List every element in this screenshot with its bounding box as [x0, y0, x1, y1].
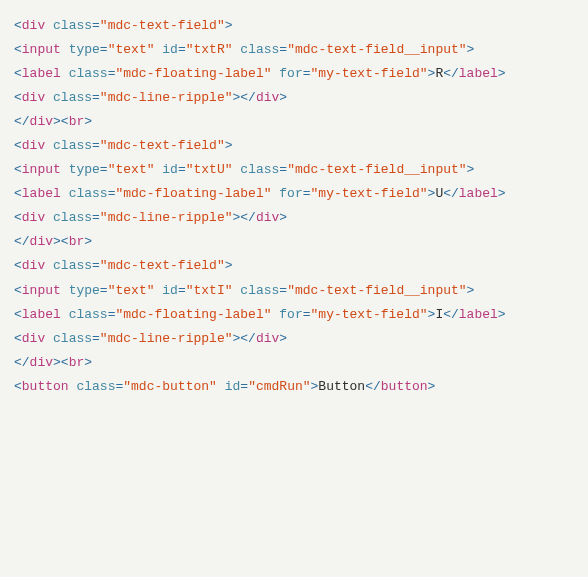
- code-token: =: [100, 42, 108, 57]
- code-token: <: [61, 114, 69, 129]
- code-token: =: [100, 162, 108, 177]
- code-token: <: [14, 283, 22, 298]
- code-token: >: [428, 379, 436, 394]
- code-token: >: [498, 186, 506, 201]
- code-token: "mdc-button": [123, 379, 217, 394]
- code-token: >: [467, 42, 475, 57]
- code-token: class: [69, 307, 108, 322]
- code-line: <button class="mdc-button" id="cmdRun">B…: [14, 375, 574, 399]
- code-token: >: [467, 162, 475, 177]
- code-token: class: [240, 283, 279, 298]
- code-token: br: [69, 114, 85, 129]
- code-token: [61, 42, 69, 57]
- code-token: [45, 258, 53, 273]
- code-token: <: [14, 331, 22, 346]
- code-token: "my-text-field": [311, 186, 428, 201]
- code-token: div: [30, 355, 53, 370]
- code-token: input: [22, 162, 61, 177]
- code-token: =: [92, 210, 100, 225]
- code-token: =: [92, 90, 100, 105]
- code-token: label: [459, 66, 498, 81]
- code-token: "text": [108, 42, 155, 57]
- code-token: div: [256, 331, 279, 346]
- code-token: class: [240, 42, 279, 57]
- code-token: for: [279, 186, 302, 201]
- code-token: >: [279, 210, 287, 225]
- code-token: [217, 379, 225, 394]
- code-token: "mdc-floating-label": [115, 66, 271, 81]
- code-line: </div><br>: [14, 110, 574, 134]
- code-line: <label class="mdc-floating-label" for="m…: [14, 303, 574, 327]
- code-token: "mdc-floating-label": [115, 186, 271, 201]
- code-line: <div class="mdc-line-ripple"></div>: [14, 206, 574, 230]
- code-token: "mdc-line-ripple": [100, 331, 233, 346]
- code-token: "mdc-text-field": [100, 258, 225, 273]
- code-token: "mdc-text-field": [100, 138, 225, 153]
- code-token: =: [279, 42, 287, 57]
- code-token: >: [53, 114, 61, 129]
- code-token: "mdc-line-ripple": [100, 210, 233, 225]
- code-token: "mdc-text-field__input": [287, 42, 466, 57]
- code-block: <div class="mdc-text-field"><input type=…: [14, 14, 574, 399]
- code-token: "txtI": [186, 283, 233, 298]
- code-token: <: [14, 66, 22, 81]
- code-line: <div class="mdc-line-ripple"></div>: [14, 86, 574, 110]
- code-token: div: [22, 258, 45, 273]
- code-token: =: [240, 379, 248, 394]
- code-token: id: [162, 42, 178, 57]
- code-token: [45, 90, 53, 105]
- code-token: [61, 283, 69, 298]
- code-token: id: [162, 162, 178, 177]
- code-token: for: [279, 307, 302, 322]
- code-token: br: [69, 234, 85, 249]
- code-token: id: [162, 283, 178, 298]
- code-token: "cmdRun": [248, 379, 310, 394]
- code-token: >: [84, 355, 92, 370]
- code-token: br: [69, 355, 85, 370]
- code-token: class: [69, 66, 108, 81]
- code-token: Button: [318, 379, 365, 394]
- code-token: class: [76, 379, 115, 394]
- code-token: =: [303, 307, 311, 322]
- code-token: <: [61, 355, 69, 370]
- code-token: div: [22, 90, 45, 105]
- code-line: <div class="mdc-line-ripple"></div>: [14, 327, 574, 351]
- code-token: [61, 186, 69, 201]
- code-token: "text": [108, 283, 155, 298]
- code-token: <: [14, 138, 22, 153]
- code-token: =: [178, 283, 186, 298]
- code-token: </: [240, 210, 256, 225]
- code-line: <div class="mdc-text-field">: [14, 254, 574, 278]
- code-token: label: [22, 66, 61, 81]
- code-token: <: [14, 379, 22, 394]
- code-token: >: [53, 234, 61, 249]
- code-token: </: [443, 66, 459, 81]
- code-token: <: [14, 307, 22, 322]
- code-token: label: [459, 307, 498, 322]
- code-line: <div class="mdc-text-field">: [14, 134, 574, 158]
- code-token: "txtU": [186, 162, 233, 177]
- code-token: =: [92, 258, 100, 273]
- code-token: id: [225, 379, 241, 394]
- code-token: >: [53, 355, 61, 370]
- code-token: input: [22, 283, 61, 298]
- code-token: [45, 138, 53, 153]
- code-line: <input type="text" id="txtR" class="mdc-…: [14, 38, 574, 62]
- code-token: class: [240, 162, 279, 177]
- code-token: div: [22, 18, 45, 33]
- code-token: input: [22, 42, 61, 57]
- code-token: div: [22, 331, 45, 346]
- code-token: "txtR": [186, 42, 233, 57]
- code-token: >: [84, 234, 92, 249]
- code-token: "mdc-floating-label": [115, 307, 271, 322]
- code-token: =: [279, 162, 287, 177]
- code-token: div: [30, 234, 53, 249]
- code-token: type: [69, 162, 100, 177]
- code-token: div: [22, 138, 45, 153]
- code-token: label: [459, 186, 498, 201]
- code-token: class: [53, 90, 92, 105]
- code-token: class: [69, 186, 108, 201]
- code-line: <input type="text" id="txtI" class="mdc-…: [14, 279, 574, 303]
- code-token: [45, 18, 53, 33]
- code-token: >: [84, 114, 92, 129]
